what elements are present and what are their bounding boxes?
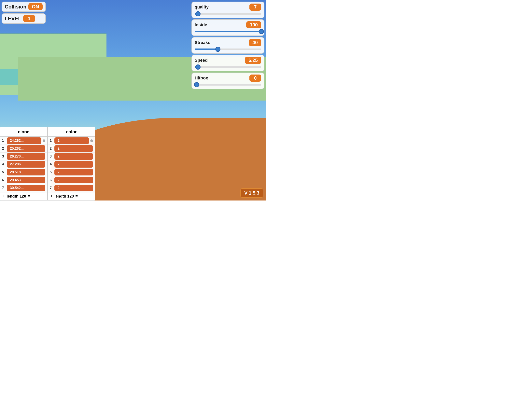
color-row-7: 7 2 xyxy=(48,184,95,192)
quality-value: 7 xyxy=(249,4,261,11)
level-row: LEVEL 1 xyxy=(2,13,46,24)
color-footer-equals: = xyxy=(76,194,78,199)
speed-slider-block: Speed 6.25 xyxy=(191,55,264,71)
quality-label: quality xyxy=(195,5,209,10)
speed-slider[interactable] xyxy=(195,65,261,69)
clone-row-6: 6 29.453... xyxy=(0,176,47,184)
color-row-3: 3 2 xyxy=(48,153,95,161)
hitbox-slider[interactable] xyxy=(195,83,261,87)
clone-footer-equals: = xyxy=(28,194,30,199)
color-cell-2[interactable]: 2 xyxy=(54,145,93,152)
hitbox-slider-block: Hitbox 0 xyxy=(191,73,264,89)
clone-header: clone xyxy=(0,127,47,137)
level-value[interactable]: 1 xyxy=(23,15,35,22)
speed-label: Speed xyxy=(195,58,208,63)
speed-value: 6.25 xyxy=(245,57,261,64)
tables-panel: clone 1 24.262... 2 25.262... 3 26.270..… xyxy=(0,127,95,200)
color-footer: + length 120 = xyxy=(48,192,95,200)
clone-row-1: 1 24.262... xyxy=(0,137,47,145)
clone-cell-5[interactable]: 28.518... xyxy=(7,169,45,175)
clone-cell-1[interactable]: 24.262... xyxy=(7,138,41,144)
color-cell-5[interactable]: 2 xyxy=(54,169,93,175)
version-label: V 1.5.3 xyxy=(244,190,259,195)
clone-footer-plus: + xyxy=(3,194,5,199)
color-cell-4[interactable]: 2 xyxy=(54,161,93,168)
level-label: LEVEL xyxy=(5,16,21,22)
streaks-slider[interactable] xyxy=(195,47,261,51)
color-footer-plus: + xyxy=(51,194,53,199)
clone-footer: + length 120 = xyxy=(0,192,47,200)
scroll-indicator-color-1 xyxy=(90,139,93,142)
clone-cell-6[interactable]: 29.453... xyxy=(7,177,45,183)
clone-table: clone 1 24.262... 2 25.262... 3 26.270..… xyxy=(0,127,47,200)
color-row-6: 6 2 xyxy=(48,176,95,184)
quality-slider-block: quality 7 xyxy=(191,2,264,18)
color-cell-1[interactable]: 2 xyxy=(54,138,89,144)
clone-cell-7[interactable]: 30.542... xyxy=(7,185,45,191)
streaks-value: 40 xyxy=(249,39,261,46)
clone-row-2: 2 25.262... xyxy=(0,145,47,153)
clone-row-4: 4 27.286... xyxy=(0,161,47,168)
clone-row-7: 7 30.542... xyxy=(0,184,47,192)
clone-cell-2[interactable]: 25.262... xyxy=(7,145,45,152)
inside-value: 100 xyxy=(246,21,261,28)
inside-slider-block: Inside 100 xyxy=(191,19,264,36)
streaks-slider-block: Streaks 40 xyxy=(191,37,264,54)
top-controls: Collision ON LEVEL 1 xyxy=(2,2,46,24)
hitbox-value: 0 xyxy=(249,75,261,82)
collision-value[interactable]: ON xyxy=(28,3,43,10)
collision-row: Collision ON xyxy=(2,2,46,12)
color-cell-7[interactable]: 2 xyxy=(54,185,93,191)
collision-label: Collision xyxy=(5,4,26,10)
inside-label: Inside xyxy=(195,22,207,27)
hitbox-label: Hitbox xyxy=(195,75,208,81)
clone-cell-3[interactable]: 26.270... xyxy=(7,153,45,160)
color-cell-3[interactable]: 2 xyxy=(54,153,93,160)
color-table: color 1 2 2 2 3 2 4 2 5 2 6 2 7 2 xyxy=(48,127,95,200)
color-row-2: 2 2 xyxy=(48,145,95,153)
color-header: color xyxy=(48,127,95,137)
clone-row-5: 5 28.518... xyxy=(0,168,47,176)
version-badge: V 1.5.3 xyxy=(240,188,263,198)
color-row-4: 4 2 xyxy=(48,161,95,168)
color-footer-length: length 120 xyxy=(54,194,74,199)
color-row-1: 1 2 xyxy=(48,137,95,145)
inside-slider[interactable] xyxy=(195,30,261,33)
color-cell-6[interactable]: 2 xyxy=(54,177,93,183)
quality-slider[interactable] xyxy=(195,12,261,16)
color-row-5: 5 2 xyxy=(48,168,95,176)
clone-footer-length: length 120 xyxy=(7,194,26,199)
scroll-indicator-1 xyxy=(43,139,45,142)
clone-row-3: 3 26.270... xyxy=(0,153,47,161)
streaks-label: Streaks xyxy=(195,40,210,45)
cyan-ledge xyxy=(0,69,18,85)
right-panel: quality 7 Inside 100 Streaks 40 xyxy=(191,2,264,89)
clone-cell-4[interactable]: 27.286... xyxy=(7,161,45,168)
